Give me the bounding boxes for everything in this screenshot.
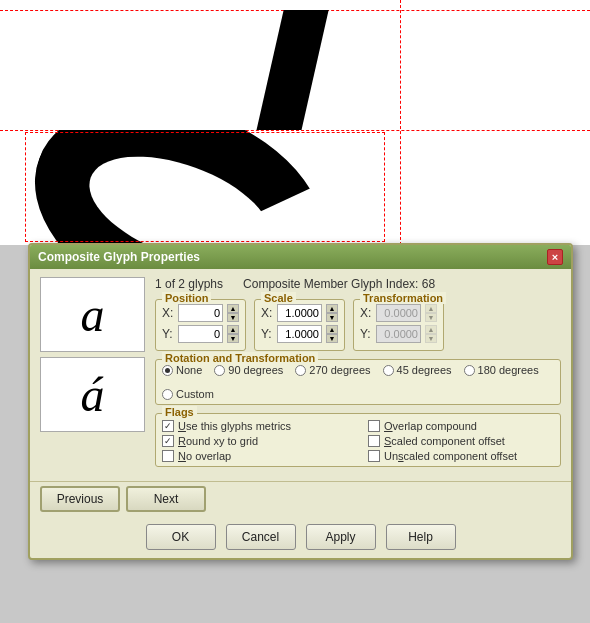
rotation-custom[interactable]: Custom xyxy=(162,388,214,400)
rotation-180-radio[interactable] xyxy=(464,365,475,376)
dialog-nav: Previous Next xyxy=(30,481,571,518)
rotation-options: None 90 degrees 270 degrees 45 degrees xyxy=(162,364,554,400)
position-x-row: X: ▲ ▼ xyxy=(162,304,239,322)
pos-x-up[interactable]: ▲ xyxy=(227,304,239,313)
pos-y-spinner[interactable]: ▲ ▼ xyxy=(227,325,239,343)
glyph-previews: a á xyxy=(40,277,145,473)
scale-y-up[interactable]: ▲ xyxy=(326,325,338,334)
flag-unscaled-offset-checkbox[interactable] xyxy=(368,450,380,462)
pos-y-label: Y: xyxy=(162,327,174,341)
transform-y-input[interactable] xyxy=(376,325,421,343)
position-label: Position xyxy=(162,292,211,304)
scale-label: Scale xyxy=(261,292,296,304)
pos-y-up[interactable]: ▲ xyxy=(227,325,239,334)
rotation-270[interactable]: 270 degrees xyxy=(295,364,370,376)
scale-y-spinner[interactable]: ▲ ▼ xyxy=(326,325,338,343)
position-x-input[interactable] xyxy=(178,304,223,322)
transform-x-up: ▲ xyxy=(425,304,437,313)
slash-glyph xyxy=(250,5,350,125)
flags-section: Flags Use this glyphs metrics Overlap co… xyxy=(155,413,561,467)
glyph-count: 1 of 2 glyphs xyxy=(155,277,223,291)
dialog-actions: OK Cancel Apply Help xyxy=(30,518,571,558)
scale-x-row: X: ▲ ▼ xyxy=(261,304,338,322)
scale-x-label: X: xyxy=(261,306,273,320)
flag-use-metrics[interactable]: Use this glyphs metrics xyxy=(162,420,348,432)
scale-y-label: Y: xyxy=(261,327,273,341)
flag-round-xy-checkbox[interactable] xyxy=(162,435,174,447)
rotation-section: Rotation and Transformation None 90 degr… xyxy=(155,359,561,405)
rotation-90[interactable]: 90 degrees xyxy=(214,364,283,376)
flag-overlap-compound-checkbox[interactable] xyxy=(368,420,380,432)
rotation-45-radio[interactable] xyxy=(383,365,394,376)
transform-x-input[interactable] xyxy=(376,304,421,322)
rotation-none[interactable]: None xyxy=(162,364,202,376)
rotation-none-radio[interactable] xyxy=(162,365,173,376)
position-section: Position X: ▲ ▼ Y: ▲ ▼ xyxy=(155,299,246,351)
flags-label: Flags xyxy=(162,406,197,418)
cancel-button[interactable]: Cancel xyxy=(226,524,296,550)
transformation-section: Transformation X: ▲ ▼ Y: ▲ xyxy=(353,299,444,351)
flag-no-overlap[interactable]: No overlap xyxy=(162,450,348,462)
scale-section: Scale X: ▲ ▼ Y: ▲ ▼ xyxy=(254,299,345,351)
transform-x-row: X: ▲ ▼ xyxy=(360,304,437,322)
rotation-45[interactable]: 45 degrees xyxy=(383,364,452,376)
scale-y-row: Y: ▲ ▼ xyxy=(261,325,338,343)
pos-x-down[interactable]: ▼ xyxy=(227,313,239,322)
dialog-close-button[interactable]: × xyxy=(547,249,563,265)
flag-round-xy[interactable]: Round xy to grid xyxy=(162,435,348,447)
transform-y-down: ▼ xyxy=(425,334,437,343)
ok-button[interactable]: OK xyxy=(146,524,216,550)
transform-y-label: Y: xyxy=(360,327,372,341)
pos-x-spinner[interactable]: ▲ ▼ xyxy=(227,304,239,322)
scale-y-input[interactable] xyxy=(277,325,322,343)
scale-x-spinner[interactable]: ▲ ▼ xyxy=(326,304,338,322)
scale-x-down[interactable]: ▼ xyxy=(326,313,338,322)
rotation-180[interactable]: 180 degrees xyxy=(464,364,539,376)
transform-x-down: ▼ xyxy=(425,313,437,322)
scale-x-up[interactable]: ▲ xyxy=(326,304,338,313)
c-glyph-selection-box xyxy=(25,132,385,242)
previous-button[interactable]: Previous xyxy=(40,486,120,512)
next-button[interactable]: Next xyxy=(126,486,206,512)
pos-y-down[interactable]: ▼ xyxy=(227,334,239,343)
dialog-titlebar: Composite Glyph Properties × xyxy=(30,245,571,269)
flag-scaled-offset[interactable]: Scaled component offset xyxy=(368,435,554,447)
glyph-info-row: 1 of 2 glyphs Composite Member Glyph Ind… xyxy=(155,277,561,291)
flags-grid: Use this glyphs metrics Overlap compound… xyxy=(162,420,554,462)
transform-y-up: ▲ xyxy=(425,325,437,334)
dialog-body: a á 1 of 2 glyphs Composite Member Glyph… xyxy=(30,269,571,481)
member-glyph-index: Composite Member Glyph Index: 68 xyxy=(243,277,435,291)
rotation-custom-radio[interactable] xyxy=(162,389,173,400)
help-button[interactable]: Help xyxy=(386,524,456,550)
transform-x-spinner: ▲ ▼ xyxy=(425,304,437,322)
rotation-270-radio[interactable] xyxy=(295,365,306,376)
glyph-preview-bottom: á xyxy=(40,357,145,432)
pos-x-label: X: xyxy=(162,306,174,320)
properties-panel: 1 of 2 glyphs Composite Member Glyph Ind… xyxy=(155,277,561,473)
transform-x-label: X: xyxy=(360,306,372,320)
flag-scaled-offset-checkbox[interactable] xyxy=(368,435,380,447)
transform-sections: Position X: ▲ ▼ Y: ▲ ▼ xyxy=(155,299,561,351)
svg-marker-0 xyxy=(252,10,334,130)
flag-unscaled-offset[interactable]: Unscaled component offset xyxy=(368,450,554,462)
flag-no-overlap-checkbox[interactable] xyxy=(162,450,174,462)
glyph-background xyxy=(0,0,590,245)
rotation-90-radio[interactable] xyxy=(214,365,225,376)
scale-x-input[interactable] xyxy=(277,304,322,322)
transform-y-spinner: ▲ ▼ xyxy=(425,325,437,343)
transformation-label: Transformation xyxy=(360,292,446,304)
position-y-row: Y: ▲ ▼ xyxy=(162,325,239,343)
dialog-title: Composite Glyph Properties xyxy=(38,250,200,264)
flag-overlap-compound[interactable]: Overlap compound xyxy=(368,420,554,432)
composite-glyph-dialog: Composite Glyph Properties × a á 1 of 2 … xyxy=(28,243,573,560)
glyph-preview-top: a xyxy=(40,277,145,352)
scale-y-down[interactable]: ▼ xyxy=(326,334,338,343)
nav-buttons: Previous Next xyxy=(40,486,206,512)
transform-y-row: Y: ▲ ▼ xyxy=(360,325,437,343)
apply-button[interactable]: Apply xyxy=(306,524,376,550)
rotation-label: Rotation and Transformation xyxy=(162,352,318,364)
flag-use-metrics-checkbox[interactable] xyxy=(162,420,174,432)
position-y-input[interactable] xyxy=(178,325,223,343)
